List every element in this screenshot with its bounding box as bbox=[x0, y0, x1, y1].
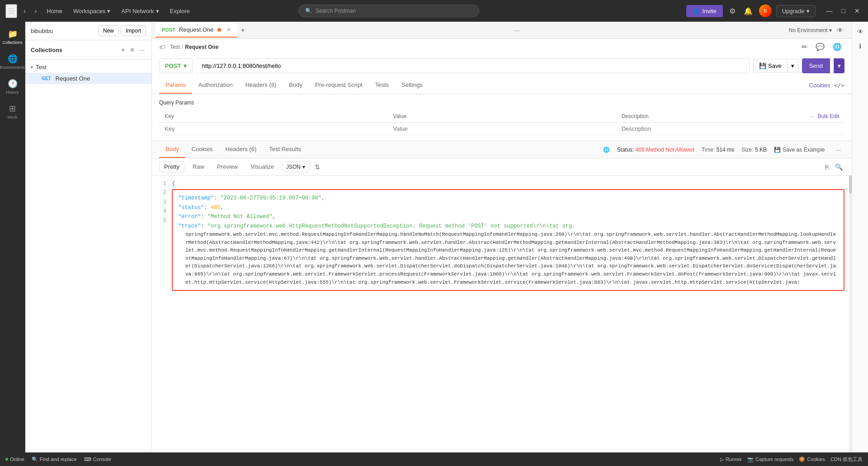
tab-pre-request[interactable]: Pre-request Script bbox=[309, 77, 369, 94]
sidebar-item-collections[interactable]: 📁 Collections bbox=[0, 25, 25, 48]
request-item-one[interactable]: GET Request One bbox=[25, 73, 151, 84]
line-numbers: 1 2 3 4 5 bbox=[159, 179, 172, 292]
right-sidebar-btn-2[interactable]: ℹ bbox=[856, 40, 864, 52]
environments-icon: 🌐 bbox=[8, 54, 18, 64]
sidebar-item-environments[interactable]: 🌐 Environments bbox=[0, 50, 25, 73]
cookies-link[interactable]: Cookies bbox=[809, 82, 830, 89]
cdn-item: CDN 抓包工具 bbox=[830, 456, 863, 463]
upgrade-button[interactable]: Upgrade ▾ bbox=[776, 5, 816, 17]
code-icon[interactable]: </> bbox=[834, 82, 844, 89]
copy-icon[interactable]: ⎘ bbox=[823, 162, 830, 172]
add-tab-button[interactable]: + bbox=[237, 24, 249, 36]
format-preview-button[interactable]: Preview bbox=[212, 162, 242, 172]
edit-icon[interactable]: ✏ bbox=[799, 41, 810, 53]
find-replace-item[interactable]: 🔍 Find and replace bbox=[32, 456, 77, 462]
back-button[interactable]: ‹ bbox=[21, 5, 28, 16]
runner-item[interactable]: ▷ Runner bbox=[720, 456, 742, 463]
topbar: ☰ ‹ › Home Workspaces ▾ API Network ▾ Ex… bbox=[0, 0, 868, 22]
explore-link[interactable]: Explore bbox=[166, 6, 193, 16]
json-lines: { "timestamp": "2023-06-27T09:05:19.067+… bbox=[172, 179, 844, 292]
history-label: History bbox=[6, 90, 19, 95]
breadcrumb-parent[interactable]: Test bbox=[170, 44, 180, 50]
url-input[interactable] bbox=[196, 58, 750, 73]
console-item[interactable]: ⌨ Console bbox=[84, 456, 111, 462]
workspaces-dropdown[interactable]: Workspaces ▾ bbox=[70, 6, 114, 16]
find-replace-icon: 🔍 bbox=[32, 456, 38, 462]
close-button[interactable]: ✕ bbox=[852, 6, 863, 15]
format-pretty-button[interactable]: Pretty bbox=[159, 161, 184, 172]
notifications-icon[interactable]: 🔔 bbox=[742, 5, 755, 17]
environment-icon[interactable]: 🌐 bbox=[830, 41, 844, 53]
bulk-edit-button[interactable]: Bulk Edit bbox=[818, 113, 839, 119]
tab-title: Request One bbox=[179, 26, 214, 33]
tab-tests[interactable]: Tests bbox=[369, 77, 395, 94]
online-status[interactable]: Online bbox=[5, 456, 24, 462]
api-network-dropdown[interactable]: API Network ▾ bbox=[118, 6, 162, 16]
description-input[interactable] bbox=[622, 125, 839, 132]
format-type-select[interactable]: JSON ▾ bbox=[282, 162, 309, 172]
size-value: 5 KB bbox=[755, 147, 767, 153]
home-link[interactable]: Home bbox=[43, 6, 66, 16]
json-line-4: "error": "Method Not Allowed", bbox=[178, 212, 838, 221]
sidebar-item-history[interactable]: 🕐 History bbox=[0, 75, 25, 98]
sidebar-item-mock[interactable]: ⊞ Mock bbox=[0, 100, 25, 123]
time-label: Time: 514 ms bbox=[702, 147, 734, 153]
tab-settings[interactable]: Settings bbox=[395, 77, 429, 94]
value-input[interactable] bbox=[393, 125, 610, 132]
cookies-item[interactable]: 🍪 Cookies bbox=[799, 456, 825, 463]
online-dot bbox=[5, 458, 8, 461]
method-select[interactable]: POST ▾ bbox=[159, 58, 193, 73]
key-input[interactable] bbox=[165, 125, 382, 132]
settings-icon[interactable]: ⚙ bbox=[727, 5, 737, 17]
response-body: Pretty Raw Preview Visualize JSON ▾ ⇅ ⎘ … bbox=[152, 158, 852, 452]
request-name: Request One bbox=[56, 75, 90, 82]
more-options-icon[interactable]: ··· bbox=[138, 45, 146, 55]
tab-close-icon[interactable]: ✕ bbox=[226, 27, 231, 33]
res-tab-headers[interactable]: Headers (6) bbox=[219, 141, 263, 158]
collection-item-test[interactable]: ▾ Test bbox=[25, 62, 151, 73]
filter-icon[interactable]: ⇅ bbox=[313, 162, 322, 172]
tab-params[interactable]: Params bbox=[159, 77, 192, 94]
format-visualize-button[interactable]: Visualize bbox=[246, 162, 278, 172]
environments-label: Environments bbox=[0, 65, 25, 70]
new-button[interactable]: New bbox=[98, 25, 119, 36]
forward-button[interactable]: › bbox=[32, 5, 40, 16]
tab-more-button[interactable]: ··· bbox=[510, 25, 523, 36]
capture-item[interactable]: 📷 Capture requests bbox=[747, 456, 793, 463]
format-raw-button[interactable]: Raw bbox=[188, 162, 209, 172]
right-sidebar-btn-1[interactable]: 👁 bbox=[854, 25, 866, 38]
param-row bbox=[159, 123, 844, 135]
add-collection-button[interactable]: + bbox=[120, 45, 126, 55]
import-button[interactable]: Import bbox=[121, 25, 146, 36]
avatar[interactable]: b bbox=[759, 5, 772, 17]
res-tab-body[interactable]: Body bbox=[159, 141, 185, 158]
menu-icon[interactable]: ☰ bbox=[5, 4, 17, 18]
res-tab-test-results[interactable]: Test Results bbox=[263, 141, 307, 158]
bottom-bar: Online 🔍 Find and replace ⌨ Console ▷ Ru… bbox=[0, 452, 868, 466]
tab-body[interactable]: Body bbox=[283, 77, 309, 94]
send-dropdown-button[interactable]: ▾ bbox=[834, 58, 844, 73]
active-tab[interactable]: POST Request One ✕ bbox=[156, 23, 237, 38]
no-environment-select[interactable]: No Environment ▾ bbox=[789, 27, 832, 33]
save-dropdown-icon[interactable]: ▾ bbox=[788, 59, 798, 73]
response-more-icon[interactable]: ··· bbox=[832, 146, 844, 153]
scrollbar-thumb[interactable] bbox=[849, 176, 852, 194]
tab-authorization[interactable]: Authorization bbox=[192, 77, 239, 94]
comment-icon[interactable]: 💬 bbox=[813, 41, 827, 53]
save-example-button[interactable]: 💾 Save as Example bbox=[774, 147, 825, 153]
tab-headers[interactable]: Headers (8) bbox=[239, 77, 283, 94]
send-button[interactable]: Send bbox=[802, 58, 830, 73]
maximize-button[interactable]: □ bbox=[839, 6, 848, 15]
breadcrumb: Test / Request One bbox=[168, 44, 220, 50]
res-tab-cookies[interactable]: Cookies bbox=[185, 141, 219, 158]
response-area: Body Cookies Headers (6) Test Results 🌐 … bbox=[152, 141, 852, 452]
save-button[interactable]: 💾 Save bbox=[753, 59, 788, 73]
environment-settings-icon[interactable]: 👁 bbox=[835, 25, 844, 35]
filter-icon[interactable]: ≡ bbox=[129, 45, 135, 55]
search-bar[interactable]: 🔍 Search Postman bbox=[298, 5, 479, 17]
minimize-button[interactable]: — bbox=[824, 6, 835, 15]
invite-button[interactable]: 👤 Invite bbox=[686, 5, 723, 17]
response-status-bar: 🌐 Status: 405 Method Not Allowed Time: 5… bbox=[603, 146, 844, 153]
online-label: Online bbox=[10, 456, 24, 462]
search-response-icon[interactable]: 🔍 bbox=[833, 162, 844, 172]
